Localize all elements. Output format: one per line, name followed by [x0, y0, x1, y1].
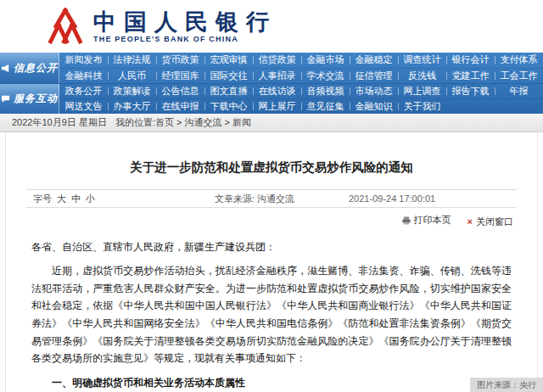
- article-tools: 打印本页 × 关闭窗口: [30, 214, 513, 228]
- font-size-medium-button[interactable]: 中: [71, 193, 81, 205]
- pboc-home-link[interactable]: 中国人民银行 THE PEOPLE'S BANK OF CHINA: [48, 8, 277, 45]
- nav-row: 网送文告 办事大厅 在线申报 下载中心 网上展厅 意见征集 金融知识 关于我们: [59, 98, 543, 114]
- nav-item[interactable]: 人事招录: [253, 69, 301, 84]
- bank-name-en: THE PEOPLE'S BANK OF CHINA: [93, 35, 277, 43]
- nav-item[interactable]: 意见征集: [301, 99, 350, 114]
- nav-item[interactable]: 宏观审慎: [204, 53, 253, 68]
- font-size-large-button[interactable]: 大: [57, 193, 66, 205]
- article-title: 关于进一步防范和处置虚拟货币交易炒作风险的通知: [6, 132, 537, 189]
- current-date: 2022年10月9日 星期日: [12, 116, 107, 129]
- print-page-button[interactable]: 打印本页: [402, 214, 451, 227]
- nav-item[interactable]: 政策解读: [108, 84, 156, 98]
- nav-section-label: 服务互动: [14, 92, 58, 106]
- article-salutation: 各省、自治区、直辖市人民政府，新疆生产建设兵团：: [31, 238, 512, 256]
- nav-section-label: 信息公开: [14, 61, 58, 76]
- nav-item[interactable]: 经理国库: [156, 69, 204, 84]
- nav-item[interactable]: 金融稳定: [350, 53, 398, 68]
- nav-item[interactable]: 党建工作: [446, 69, 495, 84]
- nav-item[interactable]: 关于我们: [398, 99, 446, 114]
- printer-icon: [402, 216, 411, 225]
- nav-item[interactable]: 信贷政策: [253, 53, 301, 68]
- nav-item[interactable]: 办事大厅: [108, 99, 156, 114]
- pboc-emblem-icon: [48, 8, 83, 45]
- nav-row: 新闻发布 法律法规 货币政策 宏观审慎 信贷政策 金融市场 金融稳定 调查统计 …: [59, 53, 543, 68]
- nav-item[interactable]: 图文直播: [204, 84, 253, 98]
- nav-item[interactable]: 公告信息: [156, 84, 204, 98]
- font-size-label: 字号: [33, 193, 52, 205]
- font-size-small-button[interactable]: 小: [86, 193, 95, 205]
- nav-rows-services: 政务公开 政策解读 公告信息 图文直播 在线访谈 音频视频 市场动态 网上调查 …: [59, 84, 543, 114]
- nav-item[interactable]: 工会工作: [495, 69, 543, 84]
- print-label: 打印本页: [414, 214, 451, 227]
- nav-item[interactable]: 年报: [495, 84, 543, 98]
- article-section-heading: 一、明确虚拟货币和相关业务活动本质属性: [31, 374, 512, 392]
- nav-item[interactable]: 在线申报: [156, 99, 204, 114]
- image-source-badge: 图片来源：央行: [470, 378, 543, 392]
- bank-name-cn: 中国人民银行: [93, 9, 277, 35]
- pboc-page: 中国人民银行 THE PEOPLE'S BANK OF CHINA 信息公开 新…: [0, 0, 543, 392]
- nav-item[interactable]: 征信管理: [350, 69, 398, 84]
- nav-item[interactable]: 网上调查: [398, 84, 446, 98]
- nav-item[interactable]: 反洗钱: [398, 69, 446, 84]
- nav-item[interactable]: 金融知识: [350, 99, 398, 114]
- article-source: 文章来源: 沟通交流: [160, 193, 349, 205]
- nav-item[interactable]: 银行会计: [446, 53, 495, 68]
- article-datetime: 2021-09-24 17:00:01: [349, 193, 510, 204]
- breadcrumb: 2022年10月9日 星期日 我的位置:首页 > 沟通交流 > 新闻: [0, 114, 543, 132]
- nav-item[interactable]: 政务公开: [59, 84, 108, 98]
- nav-item[interactable]: 金融市场: [301, 53, 350, 68]
- nav-item[interactable]: 音频视频: [301, 84, 350, 98]
- article-paragraph: 近期，虚拟货币交易炒作活动抬头，扰乱经济金融秩序，滋生赌博、非法集资、诈骗、传销…: [31, 262, 512, 367]
- font-size-controls: 字号 大 中 小: [33, 193, 160, 205]
- main-nav: 信息公开 新闻发布 法律法规 货币政策 宏观审慎 信贷政策 金融市场 金融稳定 …: [0, 53, 543, 114]
- nav-rows-information: 新闻发布 法律法规 货币政策 宏观审慎 信贷政策 金融市场 金融稳定 调查统计 …: [59, 53, 543, 83]
- nav-item[interactable]: 网上展厅: [253, 99, 301, 114]
- nav-item[interactable]: 报告下载: [446, 84, 495, 98]
- nav-item[interactable]: 法律法规: [108, 53, 156, 68]
- close-window-button[interactable]: × 关闭窗口: [467, 216, 513, 228]
- site-header: 中国人民银行 THE PEOPLE'S BANK OF CHINA: [0, 0, 543, 53]
- nav-item[interactable]: 国际交往: [204, 69, 253, 84]
- nav-item[interactable]: 人民币: [108, 69, 156, 84]
- nav-band-information: 信息公开 新闻发布 法律法规 货币政策 宏观审慎 信贷政策 金融市场 金融稳定 …: [0, 53, 543, 83]
- article-meta-bar: 字号 大 中 小 文章来源: 沟通交流 2021-09-24 17:00:01: [26, 189, 517, 208]
- nav-item[interactable]: 调查统计: [398, 53, 446, 68]
- nav-item[interactable]: 下载中心: [204, 99, 253, 114]
- breadcrumb-path[interactable]: 我的位置:首页 > 沟通交流 > 新闻: [115, 116, 251, 129]
- article-body: 各省、自治区、直辖市人民政府，新疆生产建设兵团： 近期，虚拟货币交易炒作活动抬头…: [31, 238, 512, 392]
- article-panel: 关于进一步防范和处置虚拟货币交易炒作风险的通知 字号 大 中 小 文章来源: 沟…: [5, 132, 538, 392]
- nav-section-service-interaction[interactable]: 服务互动: [0, 84, 59, 114]
- nav-row: 政务公开 政策解读 公告信息 图文直播 在线访谈 音频视频 市场动态 网上调查 …: [59, 84, 543, 98]
- close-label: 关闭窗口: [476, 216, 513, 228]
- nav-item[interactable]: 新闻发布: [59, 53, 108, 68]
- nav-row: 金融科技 人民币 经理国库 国际交往 人事招录 学术交流 征信管理 反洗钱 党建…: [59, 68, 543, 84]
- nav-item[interactable]: 货币政策: [156, 53, 204, 68]
- nav-item[interactable]: 学术交流: [301, 69, 350, 84]
- close-icon: ×: [467, 217, 473, 227]
- nav-item[interactable]: 支付体系: [495, 53, 543, 68]
- megaphone-icon: [1, 64, 10, 73]
- brand-text: 中国人民银行 THE PEOPLE'S BANK OF CHINA: [93, 9, 277, 44]
- nav-item[interactable]: 网送文告: [59, 99, 108, 114]
- nav-band-services: 服务互动 政务公开 政策解读 公告信息 图文直播 在线访谈 音频视频 市场动态 …: [0, 83, 543, 114]
- nav-item[interactable]: 金融科技: [59, 69, 108, 84]
- nav-item[interactable]: 市场动态: [350, 84, 398, 98]
- nav-section-information-disclosure[interactable]: 信息公开: [0, 53, 59, 83]
- nav-item[interactable]: 在线访谈: [253, 84, 301, 98]
- chat-icon: [1, 94, 10, 104]
